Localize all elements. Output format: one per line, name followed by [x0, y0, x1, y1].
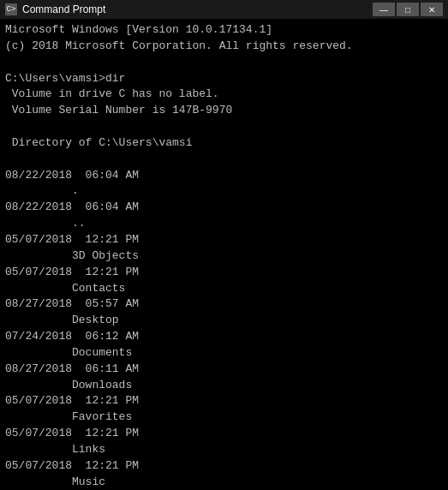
maximize-button[interactable]: □: [397, 3, 419, 16]
intro-line2: (c) 2018 Microsoft Corporation. All righ…: [5, 39, 353, 52]
title-bar-text: Command Prompt: [22, 3, 367, 15]
dir-entry: 07/24/2018 06:12 AM Documents 08/27/2018…: [5, 330, 443, 490]
close-button[interactable]: ✕: [421, 3, 443, 16]
dir-entry: 08/22/2018 06:04 AM . 08/22/2018 06:04 A…: [5, 169, 443, 490]
dir-entry: 05/07/2018 12:21 PM Contacts 08/27/2018 …: [5, 266, 443, 490]
dir-entry: 05/07/2018 12:21 PM Music 08/14/2018 07:…: [5, 459, 443, 490]
terminal-window: Microsoft Windows [Version 10.0.17134.1]…: [0, 19, 448, 490]
dir-entry: 05/07/2018 12:21 PM 3D Objects 05/07/201…: [5, 233, 443, 490]
dir-header: Directory of C:\Users\vamsi: [5, 136, 192, 149]
dir-entry: 05/07/2018 12:21 PM Links 05/07/2018 12:…: [5, 427, 443, 490]
dir-entry: 05/07/2018 12:21 PM Favorites 05/07/2018…: [5, 394, 443, 490]
minimize-button[interactable]: —: [373, 3, 395, 16]
dir-entry: 08/27/2018 06:11 AM Downloads 05/07/2018…: [5, 362, 443, 490]
intro-line1: Microsoft Windows [Version 10.0.17134.1]: [5, 23, 272, 36]
dir-command: C:\Users\vamsi>dir: [5, 72, 125, 85]
dir-entry: 08/27/2018 05:57 AM Desktop 07/24/2018 0…: [5, 297, 443, 490]
dir-entry: 08/22/2018 06:04 AM .. 05/07/2018 12:21 …: [5, 200, 443, 490]
title-bar-icon: C>: [5, 3, 17, 15]
volume-line1: Volume in drive C has no label.: [5, 87, 219, 100]
volume-line2: Volume Serial Number is 147B-9970: [5, 104, 232, 117]
title-bar-controls: — □ ✕: [373, 3, 443, 16]
title-bar: C> Command Prompt — □ ✕: [0, 0, 448, 19]
